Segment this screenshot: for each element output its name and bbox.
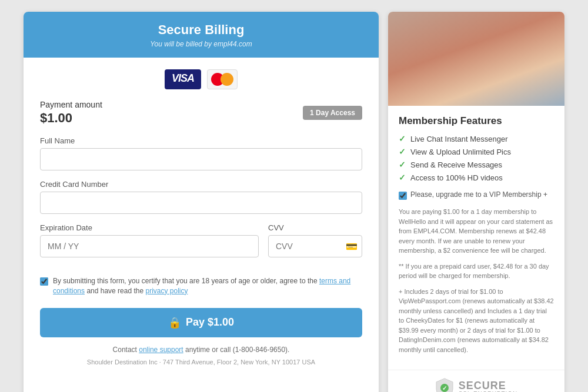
shield-icon: ✓ <box>435 377 454 392</box>
features-image <box>388 12 564 106</box>
online-support-link[interactable]: online support <box>139 346 183 354</box>
billing-subtitle: You will be billed by empl44.com <box>35 40 367 48</box>
svg-text:✓: ✓ <box>442 385 447 391</box>
check-icon-2: ✓ <box>399 147 406 156</box>
cc-input[interactable] <box>40 192 362 214</box>
payment-info: Payment amount $1.00 <box>40 100 102 126</box>
cvv-label: CVV <box>268 223 362 232</box>
mc-circle-right <box>220 73 233 86</box>
feature-text-4: Access to 100% HD videos <box>410 173 503 182</box>
payment-row: Payment amount $1.00 1 Day Access <box>40 100 362 126</box>
terms-text: By submitting this form, you certify tha… <box>53 276 362 296</box>
feature-item-1: ✓ Live Chat Instant Messenger <box>399 134 554 143</box>
terms-paragraph-2: ** If you are a prepaid card user, $42.4… <box>399 262 554 281</box>
cvv-input-wrapper: 💳 <box>268 235 362 257</box>
privacy-link[interactable]: privacy policy <box>145 287 188 295</box>
feature-text-2: View & Upload Unlimited Pics <box>410 148 511 156</box>
features-title: Membership Features <box>399 115 554 127</box>
terms-checkbox-row: By submitting this form, you certify tha… <box>40 276 362 296</box>
full-name-group: Full Name <box>40 136 362 170</box>
card-logos: VISA <box>40 69 362 89</box>
check-icon-4: ✓ <box>399 173 406 182</box>
feature-text-1: Live Chat Instant Messenger <box>410 135 507 143</box>
feature-item-3: ✓ Send & Receive Messages <box>399 160 554 169</box>
feature-text-3: Send & Receive Messages <box>410 160 502 169</box>
support-text: Contact online support anytime or call (… <box>40 346 362 354</box>
features-card: Membership Features ✓ Live Chat Instant … <box>388 12 564 392</box>
expiry-group: Expiration Date <box>40 223 259 257</box>
mastercard-logo <box>207 69 238 89</box>
cc-label: Credit Card Number <box>40 180 362 189</box>
access-badge: 1 Day Access <box>303 106 362 120</box>
full-name-input[interactable] <box>40 148 362 170</box>
terms-checkbox[interactable] <box>40 277 48 286</box>
vip-checkbox[interactable] <box>399 192 407 200</box>
secure-text-block: SECURE SSL ENCRYPTION <box>459 380 518 393</box>
lock-icon: 🔒 <box>168 316 181 329</box>
features-list: ✓ Live Chat Instant Messenger ✓ View & U… <box>399 134 554 182</box>
pay-button-label: Pay $1.00 <box>186 316 234 329</box>
features-body: Membership Features ✓ Live Chat Instant … <box>388 106 564 370</box>
secure-footer: ✓ SECURE SSL ENCRYPTION 100% Safe, Secur… <box>388 370 564 392</box>
billing-title: Secure Billing <box>35 22 367 38</box>
terms-paragraph-3: + Includes 2 days of trial for $1.00 to … <box>399 287 554 355</box>
features-image-placeholder <box>388 12 564 106</box>
vip-checkbox-row: Please, upgrade me to a VIP Membership + <box>399 190 554 200</box>
payment-amount: $1.00 <box>40 110 102 126</box>
visa-logo: VISA <box>165 69 201 89</box>
credit-card-icon: 💳 <box>346 241 358 252</box>
payment-label: Payment amount <box>40 100 102 109</box>
terms-paragraph-1: You are paying $1.00 for a 1 day members… <box>399 207 554 256</box>
page-wrapper: Secure Billing You will be billed by emp… <box>12 0 576 392</box>
billing-body: VISA Payment amount $1.00 1 Day Access F… <box>24 58 379 380</box>
billing-footer: Shoulder Destination Inc · 747 Third Ave… <box>40 359 362 366</box>
feature-item-4: ✓ Access to 100% HD videos <box>399 173 554 182</box>
secure-label: SECURE <box>459 380 518 391</box>
billing-header: Secure Billing You will be billed by emp… <box>24 12 379 58</box>
feature-item-2: ✓ View & Upload Unlimited Pics <box>399 147 554 156</box>
expiry-cvv-row: Expiration Date CVV 💳 <box>40 223 362 267</box>
billing-card: Secure Billing You will be billed by emp… <box>24 12 379 392</box>
expiry-input[interactable] <box>40 235 259 257</box>
check-icon-3: ✓ <box>399 160 406 169</box>
pay-button[interactable]: 🔒 Pay $1.00 <box>40 308 362 337</box>
check-icon-1: ✓ <box>399 134 406 143</box>
secure-badge: ✓ SECURE SSL ENCRYPTION <box>397 377 555 392</box>
expiry-label: Expiration Date <box>40 223 259 232</box>
cvv-group: CVV 💳 <box>268 223 362 257</box>
full-name-label: Full Name <box>40 136 362 145</box>
vip-checkbox-label: Please, upgrade me to a VIP Membership + <box>410 190 547 199</box>
cc-group: Credit Card Number <box>40 180 362 214</box>
